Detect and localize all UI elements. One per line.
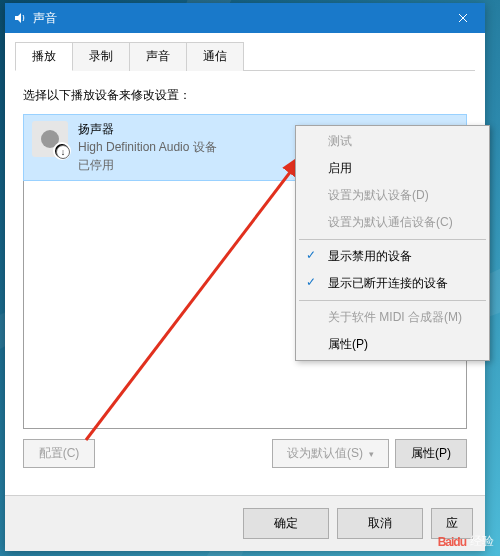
context-menu-item[interactable]: ✓显示禁用的设备 bbox=[298, 243, 487, 270]
properties-button[interactable]: 属性(P) bbox=[395, 439, 467, 468]
cancel-button[interactable]: 取消 bbox=[337, 508, 423, 539]
configure-button[interactable]: 配置(C) bbox=[23, 439, 95, 468]
context-menu-item: 设置为默认设备(D) bbox=[298, 182, 487, 209]
instruction-text: 选择以下播放设备来修改设置： bbox=[23, 87, 467, 104]
context-menu-item[interactable]: 属性(P) bbox=[298, 331, 487, 358]
set-default-button[interactable]: 设为默认值(S) bbox=[272, 439, 389, 468]
window-title: 声音 bbox=[33, 10, 441, 27]
check-icon: ✓ bbox=[306, 248, 316, 262]
context-menu-item: 设置为默认通信设备(C) bbox=[298, 209, 487, 236]
tab-communications[interactable]: 通信 bbox=[186, 42, 244, 71]
ok-button[interactable]: 确定 bbox=[243, 508, 329, 539]
context-menu-item[interactable]: 启用 bbox=[298, 155, 487, 182]
tab-sounds[interactable]: 声音 bbox=[129, 42, 187, 71]
tab-strip: 播放 录制 声音 通信 bbox=[5, 33, 485, 70]
device-info: 扬声器 High Definition Audio 设备 已停用 bbox=[78, 121, 217, 174]
dialog-buttons: 确定 取消 应 bbox=[5, 495, 485, 551]
context-menu-item: 测试 bbox=[298, 128, 487, 155]
context-menu-item: 关于软件 MIDI 合成器(M) bbox=[298, 304, 487, 331]
context-menu-item[interactable]: ✓显示已断开连接的设备 bbox=[298, 270, 487, 297]
disabled-overlay-icon: ↓ bbox=[56, 145, 70, 159]
device-name: 扬声器 bbox=[78, 121, 217, 138]
device-desc: High Definition Audio 设备 bbox=[78, 139, 217, 156]
watermark: Baidu 经验 bbox=[438, 532, 494, 550]
device-status: 已停用 bbox=[78, 157, 217, 174]
context-menu: 测试启用设置为默认设备(D)设置为默认通信设备(C)✓显示禁用的设备✓显示已断开… bbox=[295, 125, 490, 361]
tab-playback[interactable]: 播放 bbox=[15, 42, 73, 71]
speaker-icon: ↓ bbox=[32, 121, 68, 157]
close-button[interactable] bbox=[441, 3, 485, 33]
titlebar[interactable]: 声音 bbox=[5, 3, 485, 33]
sound-icon bbox=[13, 11, 27, 25]
check-icon: ✓ bbox=[306, 275, 316, 289]
bottom-button-row: 配置(C) 设为默认值(S) 属性(P) bbox=[23, 439, 467, 468]
tab-recording[interactable]: 录制 bbox=[72, 42, 130, 71]
